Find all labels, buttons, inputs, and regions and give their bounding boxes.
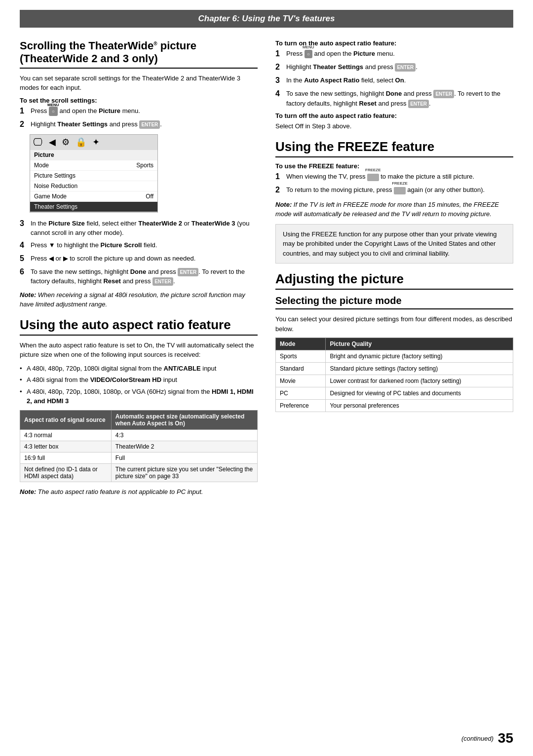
menu-mode-row: Mode Sports [30,160,157,171]
auto-aspect-bullets: A 480i, 480p, 720p, 1080i digital signal… [20,364,258,406]
continued-label: (continued) [461,735,494,742]
chapter-header: Chapter 6: Using the TV's features [20,10,513,28]
pq-table-row: SportsBright and dynamic picture (factor… [276,350,513,363]
scroll-steps-list-2: 3 In the Picture Size field, select eith… [20,219,258,286]
pq-mode-cell: Preference [276,400,326,412]
aspect-source-cell: 4:3 normal [20,429,112,441]
freeze-use-subtitle: To use the FREEZE feature: [275,162,513,170]
picture-mode-intro: You can select your desired picture sett… [275,314,513,334]
bullet-2: A 480i signal from the VIDEO/ColorStream… [20,375,258,385]
menu-icon-sound: ◀ [49,137,56,148]
aspect-auto-cell: Full [111,452,257,463]
menu-icon-tv: 🖵 [33,137,43,148]
menu-header-row: Picture [30,150,157,160]
page: Chapter 6: Using the TV's features Scrol… [0,0,533,756]
picture-mode-title: Selecting the picture mode [275,295,513,309]
pq-table-row: PreferenceYour personal preferences [276,400,513,412]
aspect-col-source: Aspect ratio of signal source [20,410,112,429]
scroll-step-5: 5 Press ◀ or ▶ to scroll the picture up … [20,254,258,265]
turn-on-steps: 1 Press MENU○ and open the Picture menu.… [275,49,513,108]
menu-theater-row: Theater Settings [30,202,157,212]
aspect-table-row: Not defined (no ID-1 data or HDMI aspect… [20,463,258,482]
scroll-steps-list: 1 Press MENU○ and open the Picture menu.… [20,106,258,130]
aspect-source-cell: 16:9 full [20,452,112,463]
pq-table-row: MovieLower contrast for darkened room (f… [276,375,513,387]
turn-on-step-3: 3 In the Auto Aspect Ratio field, select… [275,76,513,86]
freeze-step-2: 2 To return to the moving picture, press… [275,185,513,196]
pq-quality-cell: Bright and dynamic picture (factory sett… [326,350,513,363]
pq-mode-cell: Standard [276,363,326,375]
freeze-title: Using the FREEZE feature [275,139,513,157]
menu-noise-row: Noise Reduction [30,181,157,191]
aspect-table-body: 4:3 normal4:34:3 letter boxTheaterWide 2… [20,429,258,482]
freeze-steps: 1 When viewing the TV, press FREEZE to m… [275,172,513,196]
pq-table-body: SportsBright and dynamic picture (factor… [276,350,513,412]
pq-table-row: PCDesigned for viewing of PC tables and … [276,387,513,400]
pq-table-row: StandardStandard picture settings (facto… [276,363,513,375]
aspect-table-row: 4:3 normal4:3 [20,429,258,441]
menu-screenshot: 🖵 ◀ ⚙ 🔒 ✦ Picture Mode Sports Pictur [30,134,158,213]
menu-icon-gear: ✦ [92,137,100,148]
pq-quality-cell: Your personal preferences [326,400,513,412]
pq-col-mode: Mode [276,338,326,350]
pq-quality-cell: Designed for viewing of PC tables and do… [326,387,513,400]
section-turn-on-auto: To turn on the auto aspect ratio feature… [275,39,513,131]
theaterwide-intro: You can set separate scroll settings for… [20,74,258,93]
adjust-picture-title: Adjusting the picture [275,271,513,290]
scroll-note: Note: When receiving a signal at 480i re… [20,290,258,309]
page-number: 35 [498,730,513,746]
pq-mode-cell: Movie [276,375,326,387]
pq-mode-cell: PC [276,387,326,400]
chapter-title: Chapter 6: Using the TV's features [198,14,335,23]
aspect-source-cell: Not defined (no ID-1 data or HDMI aspect… [20,463,112,482]
aspect-col-auto: Automatic aspect size (automatically sel… [111,410,257,429]
turn-on-step-1: 1 Press MENU○ and open the Picture menu. [275,49,513,60]
turn-off-text: Select Off in Step 3 above. [275,121,513,131]
turn-on-step-2: 2 Highlight Theater Settings and press E… [275,62,513,73]
pq-mode-cell: Sports [276,350,326,363]
right-column: To turn on the auto aspect ratio feature… [275,39,513,504]
section-theaterwide-title: Scrolling the TheaterWide® picture (Thea… [20,39,258,69]
freeze-note: Note: If the TV is left in FREEZE mode f… [275,200,513,219]
section-theaterwide: Scrolling the TheaterWide® picture (Thea… [20,39,258,309]
section-adjust-picture: Adjusting the picture Selecting the pict… [275,271,513,412]
scroll-step-4: 4 Press ▼ to highlight the Picture Scrol… [20,240,258,251]
pq-quality-cell: Standard picture settings (factory setti… [326,363,513,375]
menu-game-mode-row: Game Mode Off [30,191,157,202]
aspect-table-row: 16:9 fullFull [20,452,258,463]
scroll-step-6: 6 To save the new settings, highlight Do… [20,267,258,286]
menu-icon-lock: 🔒 [76,137,86,148]
aspect-auto-cell: 4:3 [111,429,257,441]
aspect-auto-cell: The current picture size you set under "… [111,463,257,482]
turn-on-step-4: 4 To save the new settings, highlight Do… [275,89,513,108]
auto-aspect-intro: When the auto aspect ratio feature is se… [20,340,258,360]
pq-col-quality: Picture Quality [326,338,513,350]
pq-quality-cell: Lower contrast for darkened room (factor… [326,375,513,387]
picture-quality-table: Mode Picture Quality SportsBright and dy… [275,338,513,412]
bullet-1: A 480i, 480p, 720p, 1080i digital signal… [20,364,258,374]
scroll-step-2: 2 Highlight Theater Settings and press E… [20,119,258,130]
scroll-step-3: 3 In the Picture Size field, select eith… [20,219,258,238]
menu-icon-settings: ⚙ [62,137,70,148]
aspect-auto-cell: TheaterWide 2 [111,441,257,452]
left-column: Scrolling the TheaterWide® picture (Thea… [20,39,258,504]
section-auto-aspect: Using the auto aspect ratio feature When… [20,317,258,497]
menu-top-icons: 🖵 ◀ ⚙ 🔒 ✦ [30,135,157,150]
menu-picture-settings-row: Picture Settings [30,171,157,181]
auto-aspect-note: Note: The auto aspect ratio feature is n… [20,487,258,497]
aspect-table: Aspect ratio of signal source Automatic … [20,410,258,482]
turn-off-subtitle: To turn off the auto aspect ratio featur… [275,112,513,119]
aspect-table-row: 4:3 letter boxTheaterWide 2 [20,441,258,452]
section-freeze: Using the FREEZE feature To use the FREE… [275,139,513,264]
aspect-source-cell: 4:3 letter box [20,441,112,452]
freeze-warning-box: Using the FREEZE function for any purpos… [275,224,513,264]
bullet-3: A 480i, 480p, 720p, 1080i, 1080p, or VGA… [20,387,258,406]
scroll-step-1: 1 Press MENU○ and open the Picture menu. [20,106,258,117]
auto-aspect-title: Using the auto aspect ratio feature [20,317,258,336]
